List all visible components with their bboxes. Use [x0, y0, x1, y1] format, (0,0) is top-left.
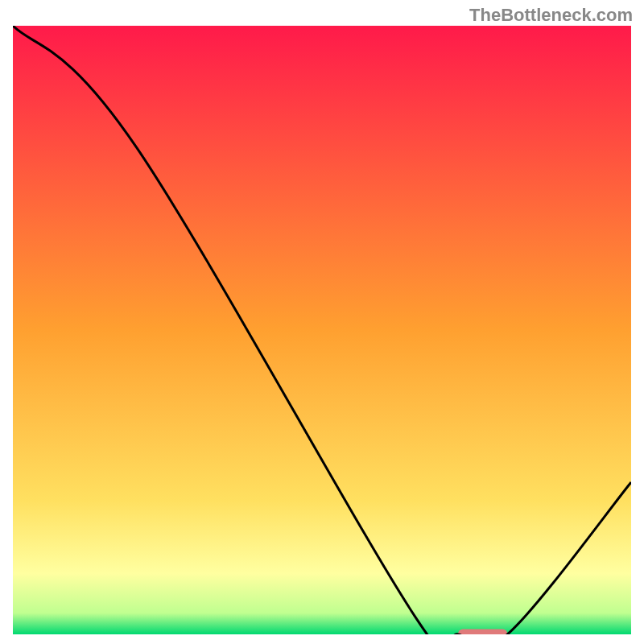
chart-svg — [13, 26, 631, 634]
optimal-marker — [458, 630, 507, 635]
chart-background — [13, 26, 631, 634]
watermark-label: TheBottleneck.com — [469, 5, 633, 26]
bottleneck-chart — [13, 26, 631, 634]
